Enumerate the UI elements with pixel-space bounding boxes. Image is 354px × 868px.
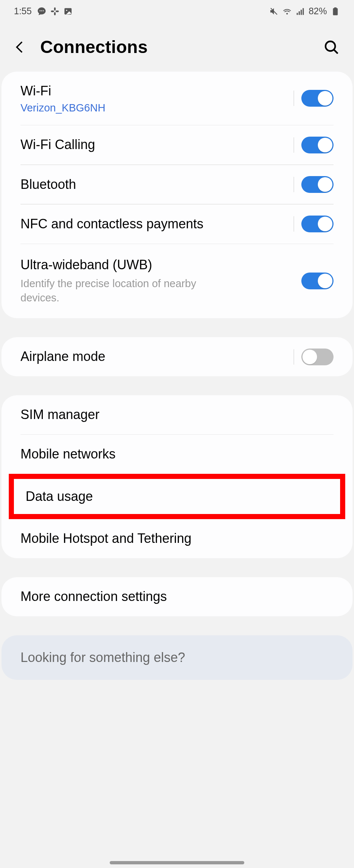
bluetooth-toggle[interactable] (301, 176, 334, 193)
airplane-mode-label: Airplane mode (20, 348, 294, 365)
uwb-toggle[interactable] (301, 273, 334, 289)
highlight-annotation: Data usage (9, 474, 345, 519)
svg-point-16 (325, 41, 335, 51)
mobile-networks-row[interactable]: Mobile networks (1, 435, 353, 474)
data-usage-label: Data usage (26, 488, 328, 505)
more-connection-settings-row[interactable]: More connection settings (1, 577, 353, 616)
separator (294, 91, 294, 106)
svg-point-0 (39, 10, 41, 11)
status-time: 1:55 (14, 6, 32, 16)
svg-rect-10 (297, 13, 298, 15)
svg-rect-5 (51, 10, 54, 12)
suggestion-card[interactable]: Looking for something else? (1, 635, 353, 680)
wifi-label: Wi-Fi (20, 83, 294, 100)
svg-point-8 (66, 9, 67, 11)
connections-group-2: Airplane mode (1, 337, 353, 376)
nfc-label: NFC and contactless payments (20, 216, 294, 233)
sim-manager-row[interactable]: SIM manager (1, 395, 353, 434)
wifi-row[interactable]: Wi-Fi Verizon_KBG6NH (1, 72, 353, 125)
bluetooth-label: Bluetooth (20, 176, 294, 193)
status-bar: 1:55 82% (0, 0, 354, 19)
mobile-hotspot-label: Mobile Hotspot and Tethering (20, 530, 334, 547)
svg-rect-15 (334, 7, 337, 8)
signal-icon (295, 7, 305, 16)
battery-icon (331, 7, 340, 16)
bluetooth-row[interactable]: Bluetooth (1, 165, 353, 204)
uwb-row[interactable]: Ultra-wideband (UWB) Identify the precis… (1, 244, 353, 318)
connections-group-1: Wi-Fi Verizon_KBG6NH Wi-Fi Calling (1, 72, 353, 318)
nfc-toggle[interactable] (301, 216, 334, 232)
svg-rect-11 (299, 11, 300, 15)
svg-rect-12 (301, 9, 302, 15)
svg-rect-13 (302, 8, 304, 15)
airplane-mode-row[interactable]: Airplane mode (1, 337, 353, 376)
svg-line-17 (334, 50, 338, 53)
separator (294, 177, 294, 192)
more-connection-settings-label: More connection settings (20, 588, 334, 605)
wifi-toggle[interactable] (301, 90, 334, 107)
svg-rect-14 (333, 8, 338, 15)
svg-rect-4 (54, 12, 56, 15)
wifi-network-name: Verizon_KBG6NH (20, 102, 294, 114)
gallery-icon (63, 7, 73, 16)
connections-group-4: More connection settings (1, 577, 353, 616)
mobile-networks-label: Mobile networks (20, 446, 334, 463)
svg-point-1 (41, 10, 42, 11)
uwb-label: Ultra-wideband (UWB) (20, 256, 301, 274)
search-button[interactable] (323, 38, 340, 56)
wifi-calling-row[interactable]: Wi-Fi Calling (1, 125, 353, 164)
svg-rect-6 (56, 10, 59, 12)
mute-icon (269, 7, 279, 16)
page-title: Connections (40, 37, 312, 57)
back-button[interactable] (14, 39, 30, 55)
slack-icon (50, 7, 60, 16)
page-header: Connections (0, 19, 354, 72)
mobile-hotspot-row[interactable]: Mobile Hotspot and Tethering (1, 519, 353, 558)
gesture-handle[interactable] (110, 861, 244, 864)
battery-percent: 82% (309, 6, 327, 16)
separator (294, 349, 294, 365)
connections-group-3: SIM manager Mobile networks Data usage M (1, 395, 353, 558)
wifi-calling-toggle[interactable] (301, 137, 334, 153)
airplane-mode-toggle[interactable] (301, 349, 334, 365)
wifi-icon (282, 7, 292, 16)
separator (294, 137, 294, 153)
uwb-description: Identify the precise location of nearby … (20, 277, 233, 305)
separator (294, 216, 294, 232)
messages-icon (37, 7, 46, 16)
data-usage-row[interactable]: Data usage (14, 479, 340, 514)
suggestion-text: Looking for something else? (20, 650, 334, 665)
sim-manager-label: SIM manager (20, 406, 334, 423)
nfc-row[interactable]: NFC and contactless payments (1, 205, 353, 244)
wifi-calling-label: Wi-Fi Calling (20, 136, 294, 153)
svg-rect-3 (54, 7, 56, 11)
svg-point-2 (43, 10, 44, 11)
